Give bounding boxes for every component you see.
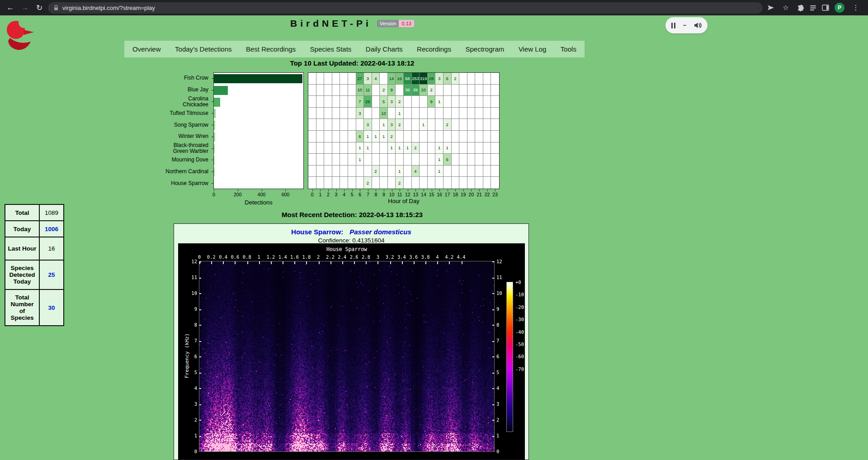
profile-avatar[interactable]: P [835, 3, 844, 13]
heatmap-cell [372, 142, 380, 154]
detection-confidence: Confidence: 0.41351604 [174, 237, 528, 244]
heatmap-cell: 1 [396, 166, 404, 177]
x-tick-label: 400 [258, 192, 266, 197]
heatmap-cell [388, 154, 396, 166]
x-tick-label: 14 [421, 192, 426, 197]
heatmap-cell: 4 [372, 73, 380, 85]
heatmap-cell [340, 131, 348, 142]
heatmap-cell [364, 154, 372, 166]
heatmap-cell [452, 154, 460, 166]
x-tick-label: 6 [359, 192, 361, 197]
detections-bar [214, 144, 215, 153]
bookmark-star-icon[interactable]: ☆ [780, 2, 792, 14]
send-icon[interactable] [767, 4, 774, 11]
browser-menu-icon[interactable]: ⋮ [850, 2, 862, 14]
x-tick-mark [214, 190, 214, 191]
spectrogram-freq-tick: 9 [496, 306, 508, 312]
nav-item-tools[interactable]: Tools [561, 45, 576, 53]
spectrogram-freq-tick: 12 [185, 259, 197, 264]
heatmap-cell [404, 119, 412, 131]
heatmap-cell [475, 108, 483, 119]
heatmap-cell: 3 [356, 108, 364, 119]
confidence-label: Confidence: [318, 237, 350, 244]
heatmap-cell [491, 96, 499, 108]
heatmap-cell [404, 131, 412, 142]
back-button[interactable]: ← [5, 2, 16, 14]
address-bar[interactable]: virginia.birdnetpi.com/?stream=play [48, 2, 763, 14]
heatmap-cell [459, 96, 467, 108]
heatmap-cell [316, 108, 325, 119]
extensions-puzzle-icon[interactable] [797, 4, 804, 11]
heatmap-cell [332, 119, 340, 131]
heatmap-cell [388, 177, 396, 189]
x-tick-mark [424, 190, 424, 191]
heatmap-cell [483, 166, 491, 177]
heatmap-cell [452, 96, 460, 108]
heatmap-cell [459, 73, 467, 85]
heatmap-cell [452, 119, 460, 131]
spectrogram-canvas [199, 261, 494, 451]
heatmap-cell [428, 142, 436, 154]
heatmap-cell [435, 177, 443, 189]
top10-label: Top 10 Last Updated: [290, 59, 359, 67]
site-info-lock-icon[interactable] [54, 5, 58, 11]
heatmap-cell [332, 166, 340, 177]
spectrogram-freq-tick: 10 [185, 290, 197, 296]
spectrogram-time-tick: 3.4 [397, 254, 406, 260]
x-tick-label: 5 [351, 192, 354, 197]
spectrogram-freq-tick: 10 [496, 290, 508, 296]
heatmap-cell [324, 177, 332, 189]
detection-panel: House Sparrow:Passer domesticus Confiden… [174, 223, 529, 460]
side-panel-icon[interactable] [822, 5, 829, 11]
spectrogram-freq-tick: 8 [185, 322, 197, 327]
forward-button[interactable]: → [19, 2, 31, 14]
heatmap-cell [412, 119, 420, 131]
heatmap-cell [348, 73, 356, 85]
reload-button[interactable]: ↻ [33, 2, 45, 14]
heatmap-cell [372, 119, 380, 131]
heatmap-cell: 2 [396, 119, 404, 131]
detection-scientific-name-link[interactable]: Passer domesticus [349, 228, 411, 236]
x-tick-label: 11 [397, 192, 402, 197]
masthead: BirdNET-PiVersion0.13 [0, 18, 704, 29]
x-tick-label: 22 [485, 192, 490, 197]
heatmap-cell: 2 [452, 73, 460, 85]
seek-bar[interactable] [683, 25, 686, 26]
colorbar-tick: -40 [515, 329, 524, 335]
nav-item-todays-detections[interactable]: Today's Detections [175, 45, 231, 53]
heatmap-cell [340, 73, 348, 85]
spectrogram-freq-tick: 1 [496, 433, 508, 438]
nav-item-best-recordings[interactable]: Best Recordings [246, 45, 296, 53]
heatmap-cell [428, 131, 436, 142]
chart-species-label: Fish Crow [149, 72, 211, 84]
pause-button[interactable] [671, 23, 675, 28]
heatmap-cell [412, 108, 420, 119]
stat-value[interactable]: 25 [39, 260, 64, 289]
nav-item-view-log[interactable]: View Log [519, 45, 546, 53]
heatmap-cell [308, 131, 316, 142]
heatmap-cell [380, 142, 388, 154]
volume-button[interactable] [694, 22, 702, 28]
nav-item-species-stats[interactable]: Species Stats [310, 45, 352, 53]
heatmap-cell [340, 177, 348, 189]
heatmap-cell: 1 [435, 96, 443, 108]
heatmap-cell [308, 166, 316, 177]
spectrogram-freq-tick: 2 [496, 417, 508, 422]
nav-item-recordings[interactable]: Recordings [417, 45, 451, 53]
heatmap-cell: 39 [412, 85, 420, 96]
nav-item-overview[interactable]: Overview [132, 45, 161, 53]
heatmap-cell: 6 [443, 154, 452, 166]
heatmap-cell [324, 73, 332, 85]
spectrogram-time-tick: 0.6 [231, 254, 239, 260]
heatmap-cell [491, 131, 499, 142]
nav-item-spectrogram[interactable]: Spectrogram [465, 45, 504, 53]
heatmap-cell: 1 [364, 131, 372, 142]
version-label: Version [377, 20, 399, 27]
colorbar-tick: -20 [515, 304, 524, 310]
stat-value[interactable]: 30 [39, 289, 64, 326]
nav-item-daily-charts[interactable]: Daily Charts [366, 45, 403, 53]
heatmap-cell: 1 [396, 142, 404, 154]
reading-list-icon[interactable] [810, 5, 816, 11]
spectrogram-image: House Sparrow Frequency (kHz) 00.20.40.6… [178, 243, 525, 460]
stat-value[interactable]: 1006 [39, 221, 64, 237]
